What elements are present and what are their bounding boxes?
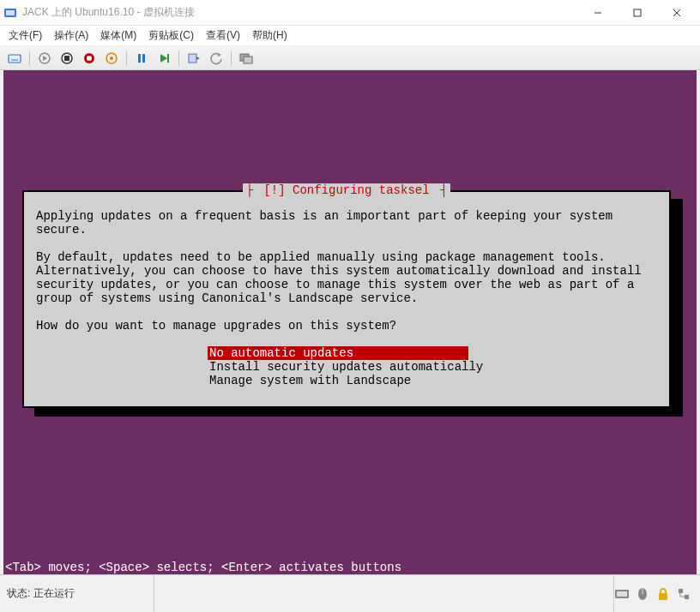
installer-help-bar: <Tab> moves; <Space> selects; <Enter> ac…: [3, 561, 697, 574]
save-button[interactable]: [102, 49, 121, 68]
menu-help[interactable]: 帮助(H): [252, 28, 287, 43]
maximize-button[interactable]: [618, 0, 657, 26]
option-no-automatic-updates[interactable]: No automatic updates: [208, 346, 468, 360]
menu-view[interactable]: 查看(V): [206, 28, 240, 43]
window-title: JACK 上的 Ubuntu16.10 - 虚拟机连接: [22, 5, 578, 20]
separator: [126, 51, 127, 66]
svg-rect-1: [6, 10, 15, 15]
menu-action[interactable]: 操作(A): [54, 28, 88, 43]
reset-button[interactable]: [154, 49, 173, 68]
svg-marker-9: [43, 56, 47, 61]
svg-rect-16: [138, 54, 141, 63]
dialog-title-text: [!] Configuring tasksel: [260, 183, 432, 197]
menu-file[interactable]: 文件(F): [9, 28, 42, 43]
svg-point-13: [87, 56, 92, 61]
mouse-icon: [635, 586, 650, 602]
dialog-body: Applying updates on a frequent basis is …: [36, 209, 657, 387]
pause-button[interactable]: [132, 49, 151, 68]
separator: [29, 51, 30, 66]
keyboard-icon: [614, 586, 630, 602]
svg-rect-30: [679, 589, 683, 593]
status-spacer: [154, 575, 614, 612]
svg-rect-31: [685, 595, 689, 599]
option-install-security-updates[interactable]: Install security updates automatically: [208, 360, 657, 374]
enhanced-session-button[interactable]: [237, 49, 256, 68]
dialog-question: How do you want to manage upgrades on th…: [36, 319, 657, 333]
status-text: 状态: 正在运行: [0, 575, 154, 612]
installer-dialog: ├ [!] Configuring tasksel ┤ Applying upd…: [22, 190, 671, 408]
start-button[interactable]: [35, 49, 54, 68]
menu-bar: 文件(F) 操作(A) 媒体(M) 剪贴板(C) 查看(V) 帮助(H): [0, 26, 700, 46]
window-titlebar: JACK 上的 Ubuntu16.10 - 虚拟机连接: [0, 0, 700, 26]
option-manage-with-landscape[interactable]: Manage system with Landscape: [208, 374, 657, 387]
toolbar: [0, 46, 700, 70]
svg-marker-22: [218, 53, 221, 57]
svg-point-15: [110, 57, 113, 60]
shutdown-button[interactable]: [80, 49, 99, 68]
menu-clipboard[interactable]: 剪贴板(C): [148, 28, 194, 43]
ctrl-alt-del-button[interactable]: [5, 49, 24, 68]
dialog-title: ├ [!] Configuring tasksel ┤: [24, 183, 669, 197]
status-bar: 状态: 正在运行: [0, 574, 700, 612]
svg-rect-24: [244, 57, 252, 63]
lock-icon: [655, 586, 671, 602]
svg-rect-3: [634, 9, 641, 16]
svg-marker-21: [196, 57, 200, 60]
checkpoint-button[interactable]: [184, 49, 203, 68]
turn-off-button[interactable]: [57, 49, 76, 68]
svg-rect-19: [167, 54, 169, 63]
option-list: No automatic updates Install security up…: [208, 346, 657, 387]
app-icon: [3, 6, 17, 20]
vm-console[interactable]: ├ [!] Configuring tasksel ┤ Applying upd…: [3, 70, 697, 574]
dialog-para1: Applying updates on a frequent basis is …: [36, 209, 657, 237]
svg-marker-18: [160, 54, 167, 63]
close-button[interactable]: [657, 0, 697, 26]
dialog-para2: By default, updates need to be applied m…: [36, 250, 657, 305]
svg-rect-20: [189, 54, 196, 63]
window-controls: [578, 0, 697, 26]
network-icon: [676, 586, 691, 602]
svg-rect-29: [659, 593, 667, 600]
svg-rect-11: [64, 56, 69, 61]
svg-rect-26: [617, 591, 627, 597]
svg-rect-17: [142, 54, 145, 63]
revert-button[interactable]: [207, 49, 226, 68]
status-icons: [614, 586, 700, 602]
separator: [231, 51, 232, 66]
separator: [178, 51, 179, 66]
svg-rect-6: [9, 55, 21, 63]
minimize-button[interactable]: [578, 0, 618, 26]
menu-media[interactable]: 媒体(M): [100, 28, 136, 43]
